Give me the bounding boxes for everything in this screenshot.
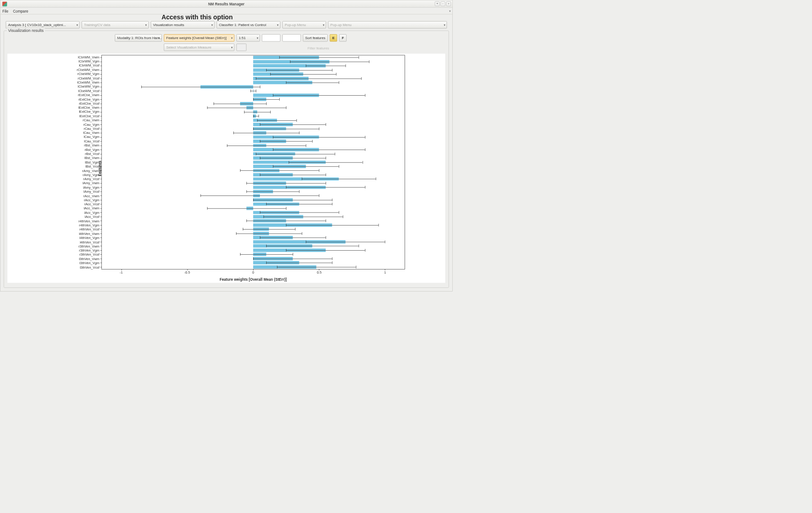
y-tick-label: l3thVen_Vwm bbox=[79, 257, 99, 261]
x-tick-label: 0 bbox=[252, 271, 254, 274]
y-tick-label: rExtCbe_Vwm bbox=[78, 93, 99, 97]
modality-label: Modality 1: ROIs from Ham... bbox=[117, 36, 162, 40]
viz-select-label: Visualization results bbox=[153, 23, 184, 27]
y-tick-label: rCau_Vcsf bbox=[84, 127, 99, 130]
y-tick-label: r4thVen_Vcsf bbox=[80, 228, 99, 231]
y-tick-label: lBst_Vgm bbox=[85, 160, 99, 164]
y-tick-label: r3thVen_Vwm bbox=[79, 244, 99, 248]
close-icon[interactable]: × bbox=[446, 1, 451, 6]
y-tick-label: r4thVen_Vwm bbox=[79, 219, 99, 223]
y-tick-label: lBst_Vcsf bbox=[85, 164, 99, 168]
analysis-select-label: Analysis 3 [ CV10x10_slack_optimi... bbox=[8, 23, 66, 27]
popup1-label: Pop-up Menu bbox=[285, 23, 306, 27]
y-tick-label: lCbeWM_Vcsf bbox=[78, 89, 99, 93]
viz-panel: Visualization results Modality 1: ROIs f… bbox=[4, 31, 449, 288]
y-tick-label: l4thVen_Vwm bbox=[79, 232, 99, 235]
y-tick-label: r4thVen_Vgm bbox=[79, 223, 99, 227]
y-tick-label: rCbeWM_Vgm bbox=[77, 72, 99, 75]
y-tick-label: lAmy_Vcsf bbox=[84, 190, 99, 193]
window-title: NM Results Manager bbox=[0, 2, 452, 6]
popup1-select[interactable]: Pop-up Menu bbox=[282, 21, 326, 28]
sort-button[interactable]: Sort features bbox=[303, 34, 328, 41]
y-tick-label: rCbeWM_Vcsf bbox=[78, 76, 99, 80]
vizmeasure-select[interactable]: Select Visualization Measure bbox=[164, 44, 234, 51]
measure-select[interactable]: Feature weights [Overall Mean (StErr)] bbox=[164, 34, 234, 41]
y-tick-label: rBst_Vgm bbox=[85, 148, 99, 151]
y-tick-label: lAcc_Vcsf bbox=[85, 215, 99, 219]
y-tick-label: l4thVen_Vcsf bbox=[80, 240, 99, 244]
x-tick-label: 1 bbox=[384, 271, 386, 274]
filter-label: Filter features bbox=[308, 46, 329, 50]
y-tick-label: lCau_Vcsf bbox=[84, 139, 99, 143]
y-tick-label: rBst_Vcsf bbox=[85, 152, 99, 155]
y-tick-label: rCau_Vgm bbox=[83, 123, 99, 126]
filter-input-2[interactable] bbox=[282, 34, 301, 41]
y-tick-label: lBst_Vwm bbox=[85, 156, 99, 160]
training-select[interactable]: Training/CV data bbox=[81, 21, 148, 28]
y-tick-label: r3thVen_Vcsf bbox=[80, 253, 99, 256]
y-tick-label: rAcc_Vgm bbox=[84, 198, 99, 202]
f-button[interactable]: F bbox=[339, 34, 346, 41]
y-tick-label: lCbrWM_Vgm bbox=[79, 59, 99, 63]
x-tick-label: -0.5 bbox=[184, 271, 190, 274]
chart-plot bbox=[102, 55, 405, 269]
y-tick-label: rExtCbe_Vgm bbox=[79, 97, 99, 101]
training-select-label: Training/CV data bbox=[84, 23, 111, 27]
y-tick-label: lAmy_Vwm bbox=[83, 181, 99, 185]
y-tick-label: lAcc_Vwm bbox=[84, 207, 99, 210]
y-tick-label: lExtCbe_Vcsf bbox=[79, 114, 99, 118]
y-tick-label: rAcc_Vcsf bbox=[84, 203, 99, 206]
analysis-select[interactable]: Analysis 3 [ CV10x10_slack_optimi... bbox=[6, 21, 80, 28]
y-tick-label: r3thVen_Vgm bbox=[79, 248, 99, 252]
y-tick-label: rCau_Vwm bbox=[83, 118, 99, 122]
y-tick-label: lCau_Vgm bbox=[84, 135, 99, 139]
filter-input-1[interactable] bbox=[262, 34, 281, 41]
y-tick-label: lCbeWM_Vgm bbox=[78, 85, 99, 88]
y-tick-label: lExtCbe_Vgm bbox=[79, 110, 99, 114]
y-tick-label: rAmy_Vgm bbox=[83, 173, 99, 177]
range-label: 1:51 bbox=[239, 36, 245, 40]
y-tick-label: l3thVen_Vcsf bbox=[80, 265, 99, 269]
y-tick-label: lExtCbe_Vwm bbox=[78, 106, 99, 109]
menu-corner-icon[interactable]: ▾ bbox=[449, 9, 451, 13]
y-tick-label: rBst_Vwm bbox=[84, 144, 99, 147]
chart-area: Features lCbrWM_VwmlCbrWM_VgmlCbrWM_Vcsf… bbox=[7, 53, 445, 283]
e-button[interactable]: E bbox=[330, 34, 337, 41]
viz-select[interactable]: Visualization results bbox=[151, 21, 214, 28]
y-tick-label: l4thVen_Vgm bbox=[80, 236, 99, 239]
vizmeasure-box bbox=[236, 44, 246, 51]
titlebar: NM Results Manager ✦ – × bbox=[0, 0, 452, 8]
classifier-select-label: Classifier 1: Patient vs Control bbox=[219, 23, 266, 27]
y-tick-label: rCbeWM_Vwm bbox=[77, 68, 99, 71]
sort-label: Sort features bbox=[305, 36, 326, 40]
y-tick-label: lCbrWM_Vwm bbox=[78, 55, 99, 59]
y-tick-label: lAmy_Vgm bbox=[83, 186, 99, 189]
minimize-icon[interactable]: ✦ bbox=[435, 1, 439, 6]
y-tick-label: rAmy_Vwm bbox=[82, 169, 99, 172]
x-tick-label: -1 bbox=[120, 271, 123, 274]
popup2-label: Pop-up Menu bbox=[330, 23, 352, 27]
x-axis-title: Feature weights [Overall Mean (StErr)] bbox=[102, 278, 405, 282]
y-tick-label: lCbeWM_Vwm bbox=[77, 80, 99, 84]
vizmeasure-label: Select Visualization Measure bbox=[166, 45, 212, 49]
y-tick-label: lCau_Vwm bbox=[83, 131, 99, 134]
y-tick-label: rAmy_Vcsf bbox=[83, 177, 99, 181]
classifier-select[interactable]: Classifier 1: Patient vs Control bbox=[217, 21, 281, 28]
y-tick-label: lAcc_Vgm bbox=[84, 211, 99, 214]
banner-text: Access with this option bbox=[161, 14, 232, 21]
x-tick-label: 0.5 bbox=[317, 271, 321, 274]
y-tick-label: rExtCbe_Vcsf bbox=[79, 102, 99, 105]
panel-legend: Visualization results bbox=[7, 28, 45, 33]
modality-select[interactable]: Modality 1: ROIs from Ham... bbox=[115, 34, 162, 41]
range-select[interactable]: 1:51 bbox=[236, 34, 260, 41]
min-icon[interactable]: – bbox=[441, 1, 445, 6]
popup2-select[interactable]: Pop-up Menu bbox=[328, 21, 447, 28]
y-tick-label: rAcc_Vwm bbox=[83, 194, 99, 198]
y-tick-label: lCbrWM_Vcsf bbox=[79, 64, 99, 67]
y-tick-label: l3thVen_Vgm bbox=[80, 261, 99, 265]
measure-label: Feature weights [Overall Mean (StErr)] bbox=[166, 36, 227, 40]
menu-compare[interactable]: Compare bbox=[13, 9, 28, 13]
menu-file[interactable]: File bbox=[2, 9, 8, 13]
